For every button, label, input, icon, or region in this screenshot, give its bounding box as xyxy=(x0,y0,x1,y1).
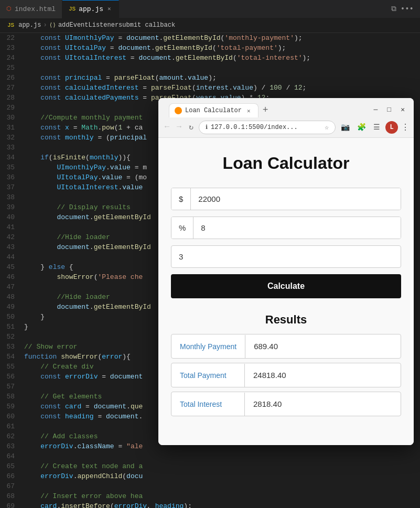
refresh-button[interactable]: ↻ xyxy=(187,120,196,134)
line-number: 36 xyxy=(0,172,24,182)
urlbar-text: 127.0.0.1:5500/index... xyxy=(211,124,321,131)
line-number: 62 xyxy=(0,431,24,441)
line-number: 51 xyxy=(0,322,24,332)
line-number: 23 xyxy=(0,43,24,53)
urlbar[interactable]: ℹ 127.0.0.1:5500/index... ☆ xyxy=(199,121,336,134)
extensions-icon[interactable]: 🧩 xyxy=(355,121,368,134)
line-number: 42 xyxy=(0,232,24,242)
line-number: 31 xyxy=(0,123,24,133)
line-code: errorDiv.appendChild(docu xyxy=(24,471,420,481)
line-number: 54 xyxy=(0,352,24,362)
line-code: // Create text node and a xyxy=(24,461,420,471)
urlbar-actions: 📷 🧩 ☰ L ⋮ xyxy=(339,121,410,134)
browser-tab-close-icon[interactable]: ✕ xyxy=(247,107,251,114)
line-code xyxy=(24,481,420,491)
total-interest-label: Total Interest xyxy=(171,393,245,416)
tab-label-index-html: index.html xyxy=(15,4,56,14)
line-number: 22 xyxy=(0,33,24,43)
line-number: 64 xyxy=(0,451,24,461)
split-editor-icon[interactable]: ⧉ xyxy=(391,4,396,14)
line-number: 43 xyxy=(0,242,24,252)
total-payment-value: 24818.40 xyxy=(245,363,295,387)
line-number: 66 xyxy=(0,471,24,481)
line-number: 30 xyxy=(0,113,24,123)
more-actions-icon[interactable]: ••• xyxy=(401,4,414,14)
new-tab-button[interactable]: + xyxy=(259,103,273,117)
line-number: 47 xyxy=(0,282,24,292)
line-number: 45 xyxy=(0,262,24,272)
table-row: 22 const UImonthlyPay = document.getElem… xyxy=(0,33,420,43)
interest-input[interactable] xyxy=(193,217,401,239)
table-row: 65 // Create text node and a xyxy=(0,461,420,471)
total-interest-row: Total Interest 2818.40 xyxy=(171,392,401,416)
tab-spacer xyxy=(119,0,391,18)
line-code xyxy=(24,63,420,73)
line-number: 55 xyxy=(0,362,24,372)
monthly-payment-label: Monthly Payment xyxy=(171,335,245,358)
table-row: 68 // Insert error above hea xyxy=(0,491,420,501)
browser-win-controls: ─ □ ✕ xyxy=(371,104,407,115)
line-number: 50 xyxy=(0,312,24,322)
tab-index-html[interactable]: ⬡ index.html xyxy=(0,0,62,18)
browser-maximize-icon[interactable]: □ xyxy=(384,105,394,115)
years-input[interactable] xyxy=(171,245,401,268)
loan-title: Loan Calculator xyxy=(171,154,401,173)
line-number: 59 xyxy=(0,402,24,412)
line-code: const UImonthlyPay = document.getElement… xyxy=(24,33,420,43)
settings-icon[interactable]: ☰ xyxy=(371,121,382,134)
table-row: 26 const principal = parseFloat(amount.v… xyxy=(0,73,420,83)
line-number: 41 xyxy=(0,222,24,232)
line-number: 26 xyxy=(0,73,24,83)
line-number: 53 xyxy=(0,342,24,352)
line-number: 63 xyxy=(0,441,24,451)
browser-tab-label: Loan Calculator xyxy=(185,107,242,114)
line-number: 24 xyxy=(0,53,24,63)
close-icon[interactable]: ✕ xyxy=(106,3,112,15)
interest-input-group: % xyxy=(171,217,401,239)
browser-tabs: Loan Calculator ✕ + xyxy=(165,103,276,117)
total-payment-row: Total Payment 24818.40 xyxy=(171,363,401,387)
tab-app-js[interactable]: JS app.js ✕ xyxy=(62,0,119,18)
line-number: 65 xyxy=(0,461,24,471)
breadcrumb-sep1: › xyxy=(43,20,47,30)
line-number: 27 xyxy=(0,83,24,93)
total-payment-label: Total Payment xyxy=(171,364,245,387)
line-number: 48 xyxy=(0,292,24,302)
calculate-button[interactable]: Calculate xyxy=(171,274,401,298)
line-number: 52 xyxy=(0,332,24,342)
line-code: const principal = parseFloat(amount.valu… xyxy=(24,73,420,83)
line-number: 34 xyxy=(0,153,24,163)
amount-input[interactable] xyxy=(191,188,401,210)
line-number: 67 xyxy=(0,481,24,491)
browser-close-icon[interactable]: ✕ xyxy=(398,104,407,115)
forward-button[interactable]: → xyxy=(175,121,184,134)
table-row: 64 xyxy=(0,451,420,461)
breadcrumb-js-icon: JS xyxy=(7,20,14,30)
line-number: 25 xyxy=(0,63,24,73)
breadcrumb: JS app.js › ⟨⟩ addEventListenersubmit ca… xyxy=(0,18,420,33)
bookmark-icon[interactable]: ☆ xyxy=(325,123,329,132)
line-code: const calculatedInterest = parseFloat(in… xyxy=(24,83,420,93)
menu-icon[interactable]: ⋮ xyxy=(401,122,410,133)
line-code xyxy=(24,451,420,461)
line-number: 44 xyxy=(0,252,24,262)
line-number: 46 xyxy=(0,272,24,282)
browser-minimize-icon[interactable]: ─ xyxy=(371,105,381,115)
profile-button[interactable]: L xyxy=(385,121,398,134)
loan-calculator: Loan Calculator $ % Calculate Results Mo… xyxy=(171,154,401,416)
breadcrumb-file: app.js xyxy=(18,20,41,30)
table-row: 23 const UItotalPay = document.getElemen… xyxy=(0,43,420,53)
table-row: 24 const UItotalInterest = document.getE… xyxy=(0,53,420,63)
line-number: 60 xyxy=(0,412,24,421)
lock-icon: ℹ xyxy=(206,124,208,131)
line-number: 61 xyxy=(0,421,24,431)
line-number: 49 xyxy=(0,302,24,312)
line-number: 69 xyxy=(0,501,24,508)
browser-title-bar: Loan Calculator ✕ + ─ □ ✕ xyxy=(158,98,414,117)
back-button[interactable]: ← xyxy=(163,121,171,134)
screenshot-icon[interactable]: 📷 xyxy=(339,121,352,134)
browser-tab[interactable]: Loan Calculator ✕ xyxy=(169,103,259,117)
monthly-payment-row: Monthly Payment 689.40 xyxy=(171,334,401,359)
line-number: 28 xyxy=(0,93,24,103)
line-number: 39 xyxy=(0,202,24,212)
